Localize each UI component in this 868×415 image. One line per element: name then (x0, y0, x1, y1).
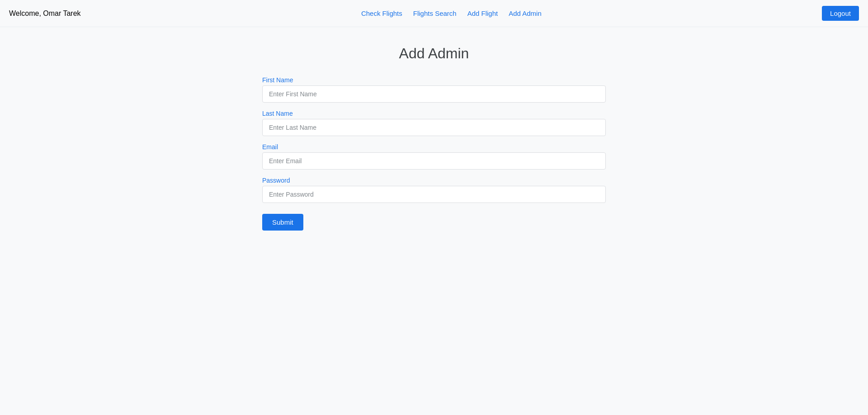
password-input[interactable] (262, 186, 606, 203)
last-name-group: Last Name (262, 110, 606, 136)
main-content: Add Admin First Name Last Name Email Pas… (0, 27, 868, 231)
password-label: Password (262, 177, 606, 184)
password-group: Password (262, 177, 606, 203)
first-name-input[interactable] (262, 85, 606, 103)
last-name-input[interactable] (262, 119, 606, 136)
welcome-text: Welcome, Omar Tarek (9, 9, 81, 18)
page-title: Add Admin (399, 45, 469, 62)
nav-check-flights[interactable]: Check Flights (361, 9, 402, 17)
nav-flights-search[interactable]: Flights Search (413, 9, 457, 17)
submit-button[interactable]: Submit (262, 214, 303, 231)
last-name-label: Last Name (262, 110, 606, 117)
nav-links: Check Flights Flights Search Add Flight … (361, 9, 542, 17)
first-name-label: First Name (262, 76, 606, 84)
nav-add-admin[interactable]: Add Admin (509, 9, 542, 17)
logout-button[interactable]: Logout (822, 6, 859, 21)
first-name-group: First Name (262, 76, 606, 103)
email-group: Email (262, 143, 606, 170)
email-label: Email (262, 143, 606, 151)
add-admin-form: First Name Last Name Email Password Subm… (262, 76, 606, 231)
nav-add-flight[interactable]: Add Flight (467, 9, 498, 17)
email-input[interactable] (262, 152, 606, 170)
navbar: Welcome, Omar Tarek Check Flights Flight… (0, 0, 868, 27)
